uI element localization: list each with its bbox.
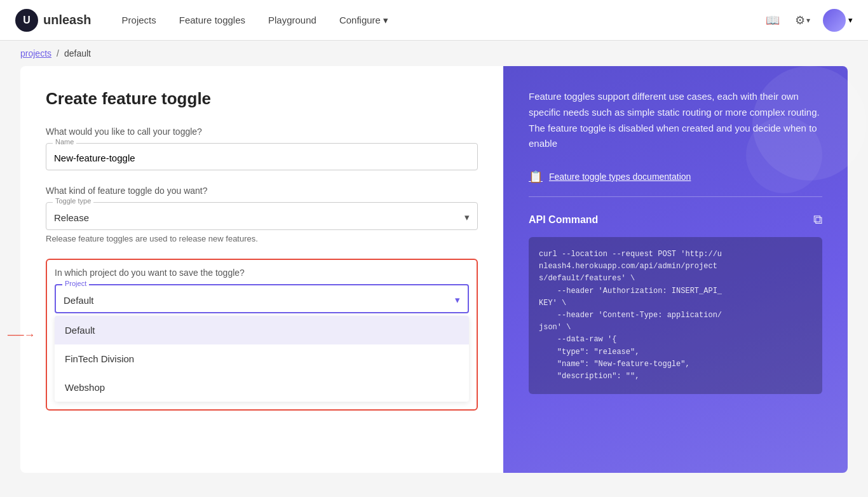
api-title: API Command: [529, 214, 598, 226]
project-section-wrapper: ──→ In which project do you want to save…: [46, 259, 478, 411]
name-field-label: Name: [53, 138, 76, 146]
main-content: Create feature toggle What would you lik…: [0, 66, 868, 493]
project-question: In which project do you want to save the…: [55, 268, 469, 278]
type-input-group: What kind of feature toggle do you want?…: [46, 186, 478, 243]
arrow-indicator: ──→: [8, 328, 36, 341]
brand-name: unleash: [43, 13, 92, 27]
copy-icon: ⧉: [813, 212, 822, 226]
dropdown-item-default[interactable]: Default: [55, 316, 469, 344]
project-chevron-icon: ▾: [455, 294, 460, 306]
code-block: curl --location --request POST 'http://u…: [529, 237, 822, 394]
project-select-wrapper: Project Default ▾: [55, 284, 469, 313]
doc-link-label: Feature toggle types documentation: [549, 172, 691, 182]
avatar: [823, 9, 846, 32]
project-field-label: Project: [62, 280, 89, 287]
gear-icon: ⚙: [795, 13, 805, 27]
type-select[interactable]: Release ▾: [46, 203, 477, 229]
nav-configure[interactable]: Configure ▾: [339, 15, 388, 26]
name-input-wrapper: Name: [46, 143, 478, 170]
configure-chevron-icon: ▾: [383, 15, 388, 26]
breadcrumb-area: projects / default: [0, 41, 868, 66]
project-dropdown-list: Default FinTech Division Webshop: [55, 316, 469, 402]
type-chevron-icon: ▾: [465, 212, 470, 223]
avatar-chevron-icon: ▾: [848, 15, 853, 25]
nav-feature-toggles[interactable]: Feature toggles: [179, 15, 245, 26]
nav-playground[interactable]: Playground: [268, 15, 316, 26]
form-title: Create feature toggle: [46, 89, 478, 109]
type-field-label: Toggle type: [53, 197, 93, 205]
doc-link[interactable]: 📋 Feature toggle types documentation: [529, 170, 822, 184]
project-section: In which project do you want to save the…: [46, 259, 478, 411]
settings-chevron-icon: ▾: [806, 16, 810, 25]
api-header: API Command ⧉: [529, 212, 822, 227]
type-select-wrapper: Toggle type Release ▾: [46, 202, 478, 230]
dropdown-item-fintech[interactable]: FinTech Division: [55, 344, 469, 373]
navbar: U unleash Projects Feature toggles Playg…: [0, 0, 868, 41]
type-question: What kind of feature toggle do you want?: [46, 186, 478, 196]
nav-projects[interactable]: Projects: [122, 15, 156, 26]
copy-button[interactable]: ⧉: [813, 212, 822, 227]
project-select[interactable]: Default ▾: [56, 285, 468, 312]
book-icon: 📖: [766, 13, 780, 27]
sidebar-description: Feature toggles support different use ca…: [529, 89, 822, 152]
project-selected-value: Default: [64, 295, 94, 306]
breadcrumb: projects / default: [20, 48, 848, 58]
breadcrumb-separator: /: [57, 48, 59, 58]
dropdown-item-webshop[interactable]: Webshop: [55, 373, 469, 402]
navbar-links: Projects Feature toggles Playground Conf…: [122, 15, 763, 26]
user-avatar-button[interactable]: ▾: [823, 9, 853, 32]
doc-link-icon: 📋: [529, 170, 543, 184]
navbar-right: 📖 ⚙ ▾ ▾: [763, 9, 853, 32]
settings-button[interactable]: ⚙ ▾: [792, 11, 813, 30]
toggle-description: Release feature toggles are used to rele…: [46, 234, 478, 243]
breadcrumb-parent[interactable]: projects: [20, 48, 51, 58]
type-selected-value: Release: [54, 212, 89, 223]
name-input-group: What would you like to call your toggle?…: [46, 126, 478, 170]
docs-icon-button[interactable]: 📖: [763, 11, 782, 30]
name-question: What would you like to call your toggle?: [46, 126, 478, 137]
brand-link[interactable]: U unleash: [15, 9, 92, 32]
form-card: Create feature toggle What would you lik…: [20, 66, 503, 473]
sidebar-panel: Feature toggles support different use ca…: [503, 66, 848, 473]
breadcrumb-current: default: [64, 48, 91, 58]
brand-logo: U: [15, 9, 38, 32]
divider: [529, 196, 822, 197]
name-input[interactable]: [46, 144, 477, 170]
